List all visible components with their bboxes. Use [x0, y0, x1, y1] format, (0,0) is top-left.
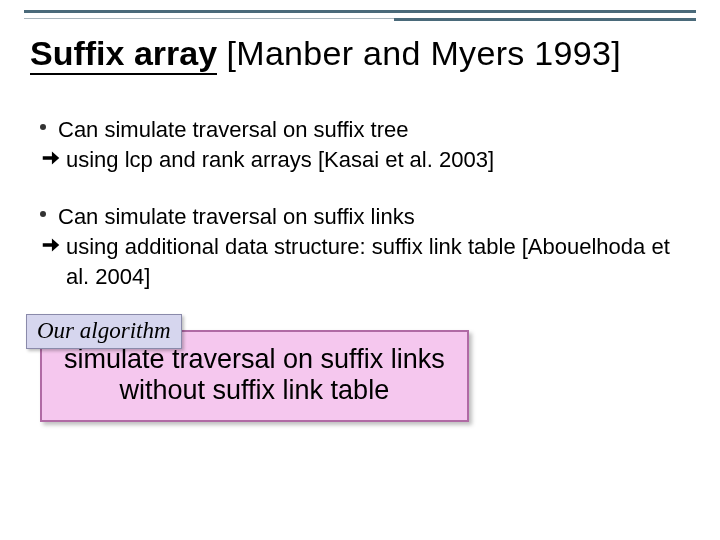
bullet-text: Can simulate traversal on suffix tree [58, 117, 409, 142]
slide-title: Suffix array [Manber and Myers 1993] [30, 34, 700, 73]
bullet-dot-icon [40, 124, 46, 130]
slide-body: Can simulate traversal on suffix tree us… [40, 115, 690, 319]
title-main: Suffix array [30, 34, 217, 75]
callout: Our algorithm simulate traversal on suff… [40, 330, 469, 422]
followup-text: using additional data structure: suffix … [66, 234, 670, 289]
title-reference: [Manber and Myers 1993] [227, 34, 621, 72]
callout-line-2: without suffix link table [64, 375, 445, 406]
bullet-line: Can simulate traversal on suffix tree [40, 115, 690, 145]
followup-line: using lcp and rank arrays [Kasai et al. … [40, 145, 690, 175]
arrow-right-icon [40, 234, 62, 256]
header-rule [24, 10, 696, 24]
followup-line: using additional data structure: suffix … [40, 232, 690, 291]
bullet-dot-icon [40, 211, 46, 217]
bullet-text: Can simulate traversal on suffix links [58, 204, 415, 229]
bullet-group-1: Can simulate traversal on suffix tree us… [40, 115, 690, 174]
followup-text: using lcp and rank arrays [Kasai et al. … [66, 147, 494, 172]
arrow-right-icon [40, 147, 62, 169]
callout-tag: Our algorithm [26, 314, 182, 349]
callout-box: Our algorithm simulate traversal on suff… [40, 330, 469, 422]
bullet-group-2: Can simulate traversal on suffix links u… [40, 202, 690, 291]
bullet-line: Can simulate traversal on suffix links [40, 202, 690, 232]
